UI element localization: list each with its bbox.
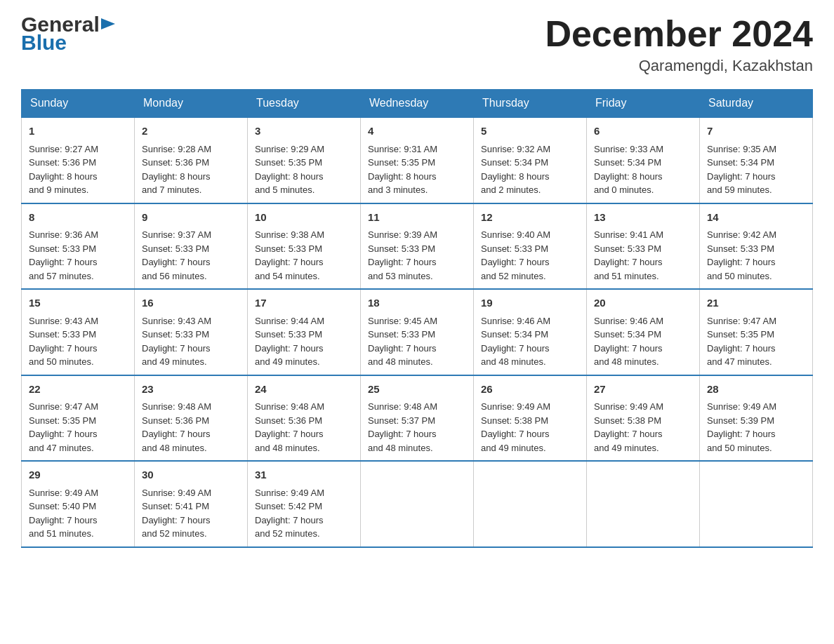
calendar-day-cell: 21 Sunrise: 9:47 AMSunset: 5:35 PMDaylig… (700, 289, 813, 375)
day-info: Sunrise: 9:35 AMSunset: 5:34 PMDaylight:… (707, 144, 776, 196)
day-info: Sunrise: 9:44 AMSunset: 5:33 PMDaylight:… (255, 316, 324, 368)
day-number: 3 (255, 123, 353, 140)
calendar-day-cell: 3 Sunrise: 9:29 AMSunset: 5:35 PMDayligh… (248, 117, 361, 203)
calendar-week-row: 1 Sunrise: 9:27 AMSunset: 5:36 PMDayligh… (22, 117, 813, 203)
day-number: 30 (142, 467, 240, 483)
title-section: December 2024 Qaramengdi, Kazakhstan (545, 14, 813, 75)
day-number: 25 (368, 382, 466, 398)
calendar-day-header: Tuesday (248, 90, 361, 118)
day-info: Sunrise: 9:48 AMSunset: 5:37 PMDaylight:… (368, 401, 437, 453)
calendar-day-cell: 6 Sunrise: 9:33 AMSunset: 5:34 PMDayligh… (587, 117, 700, 203)
calendar-day-cell: 13 Sunrise: 9:41 AMSunset: 5:33 PMDaylig… (587, 203, 700, 290)
day-number: 29 (29, 467, 127, 483)
calendar-day-cell: 11 Sunrise: 9:39 AMSunset: 5:33 PMDaylig… (361, 203, 474, 290)
day-number: 2 (142, 123, 240, 140)
day-number: 4 (368, 123, 466, 140)
day-info: Sunrise: 9:31 AMSunset: 5:35 PMDaylight:… (368, 144, 437, 196)
day-info: Sunrise: 9:32 AMSunset: 5:34 PMDaylight:… (481, 144, 550, 196)
calendar-day-cell: 7 Sunrise: 9:35 AMSunset: 5:34 PMDayligh… (700, 117, 813, 203)
calendar-day-cell: 9 Sunrise: 9:37 AMSunset: 5:33 PMDayligh… (135, 203, 248, 290)
day-info: Sunrise: 9:40 AMSunset: 5:33 PMDaylight:… (481, 229, 550, 281)
day-info: Sunrise: 9:47 AMSunset: 5:35 PMDaylight:… (707, 316, 776, 368)
calendar-day-cell: 17 Sunrise: 9:44 AMSunset: 5:33 PMDaylig… (248, 289, 361, 375)
day-info: Sunrise: 9:43 AMSunset: 5:33 PMDaylight:… (29, 316, 98, 368)
day-info: Sunrise: 9:47 AMSunset: 5:35 PMDaylight:… (29, 401, 98, 453)
calendar-day-cell (700, 461, 813, 547)
day-info: Sunrise: 9:49 AMSunset: 5:38 PMDaylight:… (481, 401, 550, 453)
location-text: Qaramengdi, Kazakhstan (545, 57, 813, 75)
day-number: 11 (368, 210, 466, 226)
day-number: 31 (255, 467, 353, 483)
calendar-day-cell: 25 Sunrise: 9:48 AMSunset: 5:37 PMDaylig… (361, 375, 474, 462)
day-number: 9 (142, 210, 240, 226)
day-number: 17 (255, 295, 353, 311)
day-number: 16 (142, 295, 240, 311)
day-number: 19 (481, 295, 579, 311)
calendar-day-cell: 29 Sunrise: 9:49 AMSunset: 5:40 PMDaylig… (22, 461, 135, 547)
day-number: 22 (29, 382, 127, 398)
day-info: Sunrise: 9:49 AMSunset: 5:39 PMDaylight:… (707, 401, 776, 453)
day-number: 8 (29, 210, 127, 226)
day-info: Sunrise: 9:42 AMSunset: 5:33 PMDaylight:… (707, 229, 776, 281)
day-info: Sunrise: 9:43 AMSunset: 5:33 PMDaylight:… (142, 316, 211, 368)
svg-marker-0 (101, 18, 115, 29)
calendar-day-cell: 8 Sunrise: 9:36 AMSunset: 5:33 PMDayligh… (22, 203, 135, 290)
calendar-day-cell: 18 Sunrise: 9:45 AMSunset: 5:33 PMDaylig… (361, 289, 474, 375)
day-number: 18 (368, 295, 466, 311)
calendar-day-header: Wednesday (361, 90, 474, 118)
day-number: 23 (142, 382, 240, 398)
calendar-table: SundayMondayTuesdayWednesdayThursdayFrid… (21, 89, 813, 548)
day-number: 10 (255, 210, 353, 226)
calendar-day-header: Saturday (700, 90, 813, 118)
day-info: Sunrise: 9:49 AMSunset: 5:41 PMDaylight:… (142, 488, 211, 539)
calendar-day-header: Monday (135, 90, 248, 118)
logo-blue-text: Blue (21, 32, 67, 53)
calendar-day-cell: 15 Sunrise: 9:43 AMSunset: 5:33 PMDaylig… (22, 289, 135, 375)
day-number: 6 (594, 123, 692, 140)
day-info: Sunrise: 9:46 AMSunset: 5:34 PMDaylight:… (594, 316, 663, 368)
day-number: 15 (29, 295, 127, 311)
page-header: General Blue December 2024 Qaramengdi, K… (21, 14, 813, 75)
day-number: 7 (707, 123, 805, 140)
day-number: 14 (707, 210, 805, 226)
calendar-day-cell: 19 Sunrise: 9:46 AMSunset: 5:34 PMDaylig… (474, 289, 587, 375)
calendar-day-cell: 1 Sunrise: 9:27 AMSunset: 5:36 PMDayligh… (22, 117, 135, 203)
day-info: Sunrise: 9:49 AMSunset: 5:40 PMDaylight:… (29, 488, 98, 539)
day-number: 24 (255, 382, 353, 398)
calendar-day-cell: 4 Sunrise: 9:31 AMSunset: 5:35 PMDayligh… (361, 117, 474, 203)
calendar-week-row: 22 Sunrise: 9:47 AMSunset: 5:35 PMDaylig… (22, 375, 813, 462)
calendar-header-row: SundayMondayTuesdayWednesdayThursdayFrid… (22, 90, 813, 118)
calendar-day-cell: 14 Sunrise: 9:42 AMSunset: 5:33 PMDaylig… (700, 203, 813, 290)
day-info: Sunrise: 9:29 AMSunset: 5:35 PMDaylight:… (255, 144, 324, 196)
day-number: 26 (481, 382, 579, 398)
day-number: 5 (481, 123, 579, 140)
day-info: Sunrise: 9:46 AMSunset: 5:34 PMDaylight:… (481, 316, 550, 368)
calendar-day-cell (474, 461, 587, 547)
day-info: Sunrise: 9:41 AMSunset: 5:33 PMDaylight:… (594, 229, 663, 281)
calendar-day-cell: 5 Sunrise: 9:32 AMSunset: 5:34 PMDayligh… (474, 117, 587, 203)
logo-triangle-icon (101, 18, 115, 32)
calendar-day-cell: 24 Sunrise: 9:48 AMSunset: 5:36 PMDaylig… (248, 375, 361, 462)
calendar-day-header: Sunday (22, 90, 135, 118)
calendar-week-row: 15 Sunrise: 9:43 AMSunset: 5:33 PMDaylig… (22, 289, 813, 375)
day-info: Sunrise: 9:33 AMSunset: 5:34 PMDaylight:… (594, 144, 663, 196)
calendar-day-cell: 31 Sunrise: 9:49 AMSunset: 5:42 PMDaylig… (248, 461, 361, 547)
day-number: 12 (481, 210, 579, 226)
calendar-day-header: Friday (587, 90, 700, 118)
calendar-day-cell: 23 Sunrise: 9:48 AMSunset: 5:36 PMDaylig… (135, 375, 248, 462)
day-info: Sunrise: 9:36 AMSunset: 5:33 PMDaylight:… (29, 229, 98, 281)
day-info: Sunrise: 9:49 AMSunset: 5:38 PMDaylight:… (594, 401, 663, 453)
day-info: Sunrise: 9:48 AMSunset: 5:36 PMDaylight:… (255, 401, 324, 453)
day-info: Sunrise: 9:28 AMSunset: 5:36 PMDaylight:… (142, 144, 211, 196)
calendar-day-cell: 28 Sunrise: 9:49 AMSunset: 5:39 PMDaylig… (700, 375, 813, 462)
logo: General Blue (21, 14, 115, 53)
day-number: 1 (29, 123, 127, 140)
calendar-day-header: Thursday (474, 90, 587, 118)
day-number: 13 (594, 210, 692, 226)
calendar-day-cell: 16 Sunrise: 9:43 AMSunset: 5:33 PMDaylig… (135, 289, 248, 375)
day-info: Sunrise: 9:45 AMSunset: 5:33 PMDaylight:… (368, 316, 437, 368)
day-info: Sunrise: 9:38 AMSunset: 5:33 PMDaylight:… (255, 229, 324, 281)
day-info: Sunrise: 9:37 AMSunset: 5:33 PMDaylight:… (142, 229, 211, 281)
calendar-day-cell: 12 Sunrise: 9:40 AMSunset: 5:33 PMDaylig… (474, 203, 587, 290)
day-info: Sunrise: 9:48 AMSunset: 5:36 PMDaylight:… (142, 401, 211, 453)
